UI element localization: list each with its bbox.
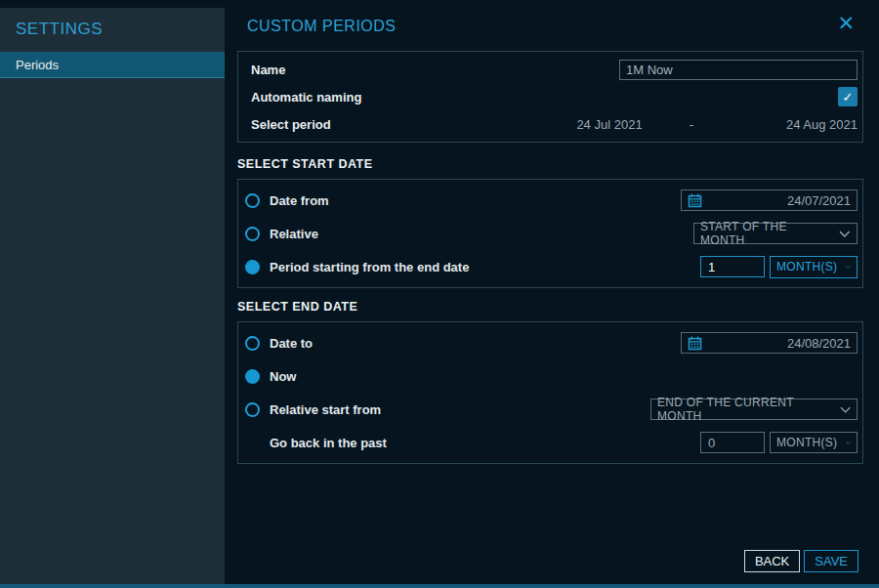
name-input[interactable] (619, 60, 858, 80)
go-back-unit-select[interactable]: MONTH(S) (770, 432, 858, 453)
end-date-section-title: SELECT END DATE (237, 300, 863, 314)
calendar-icon (688, 336, 702, 351)
now-label: Now (270, 369, 296, 384)
select-period-row: Select period 24 Jul 2021 - 24 Aug 2021 (243, 110, 858, 138)
settings-sidebar: SETTINGS Periods (0, 8, 225, 584)
save-button[interactable]: SAVE (804, 550, 858, 572)
relative-start-from-label: Relative start from (270, 402, 381, 417)
date-from-row: Date from 24/07/ (243, 184, 858, 217)
relative-row: Relative START OF THE MONTH (243, 217, 858, 250)
start-date-box: Date from 24/07/ (237, 179, 863, 288)
period-start-date: 24 Jul 2021 (576, 117, 642, 132)
general-settings-box: Name Automatic naming ✓ Select period 24… (237, 51, 863, 143)
panel-content: Name Automatic naming ✓ Select period 24… (237, 51, 863, 464)
bottom-accent-bar (0, 584, 879, 588)
date-from-value: 24/07/2021 (702, 193, 851, 208)
date-to-label: Date to (270, 336, 313, 351)
relative-select-value: START OF THE MONTH (700, 220, 830, 247)
relative-start-from-radio[interactable] (245, 402, 260, 417)
relative-start-from-row: Relative start from END OF THE CURRENT M… (243, 393, 858, 426)
custom-periods-panel: CUSTOM PERIODS ✕ Name Automatic naming ✓ (225, 0, 879, 584)
custom-periods-dialog: SETTINGS Periods CUSTOM PERIODS ✕ Name A… (0, 0, 879, 588)
go-back-row: Go back in the past MONTH(S) (243, 426, 858, 459)
go-back-unit-value: MONTH(S) (776, 436, 837, 449)
automatic-naming-label: Automatic naming (251, 90, 361, 105)
date-from-label: Date from (270, 193, 329, 208)
automatic-naming-checkbox[interactable]: ✓ (838, 87, 858, 106)
panel-title: CUSTOM PERIODS (247, 18, 397, 35)
start-amount-input[interactable] (700, 256, 765, 277)
start-unit-value: MONTH(S) (776, 260, 837, 273)
period-from-end-row: Period starting from the end date MONTH(… (243, 250, 858, 283)
relative-label: Relative (270, 227, 318, 241)
sidebar-item-periods[interactable]: Periods (0, 52, 225, 78)
close-icon[interactable]: ✕ (837, 13, 855, 33)
end-date-box: Date to 24/08/20 (237, 321, 863, 464)
now-row: Now (243, 359, 858, 393)
period-separator: - (690, 117, 693, 132)
back-button[interactable]: BACK (744, 550, 800, 572)
relative-start-from-value: END OF THE CURRENT MONTH (657, 396, 831, 423)
date-to-value: 24/08/2021 (702, 336, 851, 351)
dialog-footer: BACK SAVE (744, 550, 858, 572)
name-label: Name (251, 63, 285, 77)
relative-select[interactable]: START OF THE MONTH (693, 223, 858, 244)
chevron-down-icon (840, 406, 851, 413)
sidebar-title: SETTINGS (0, 8, 225, 52)
automatic-naming-row: Automatic naming ✓ (243, 83, 858, 110)
relative-start-from-select[interactable]: END OF THE CURRENT MONTH (650, 399, 858, 420)
period-from-end-label: Period starting from the end date (270, 260, 469, 274)
calendar-icon (688, 193, 702, 208)
go-back-amount-input[interactable] (700, 432, 765, 453)
go-back-label: Go back in the past (270, 436, 387, 450)
date-to-input[interactable]: 24/08/2021 (681, 332, 858, 354)
period-end-date: 24 Aug 2021 (786, 117, 858, 132)
select-period-label: Select period (251, 117, 331, 132)
date-from-radio[interactable] (245, 193, 260, 208)
start-unit-select[interactable]: MONTH(S) (770, 256, 858, 278)
date-to-row: Date to 24/08/20 (243, 326, 858, 359)
chevron-down-icon (846, 264, 851, 271)
chevron-down-icon (846, 440, 851, 446)
now-radio[interactable] (245, 369, 260, 384)
chevron-down-icon (839, 231, 851, 237)
name-row: Name (243, 56, 858, 83)
panel-header: CUSTOM PERIODS ✕ (225, 0, 879, 51)
date-from-input[interactable]: 24/07/2021 (681, 189, 858, 211)
relative-radio[interactable] (245, 227, 260, 241)
check-icon: ✓ (843, 90, 854, 105)
start-date-section-title: SELECT START DATE (237, 157, 863, 171)
date-to-radio[interactable] (245, 336, 260, 351)
period-from-end-radio[interactable] (245, 260, 260, 274)
